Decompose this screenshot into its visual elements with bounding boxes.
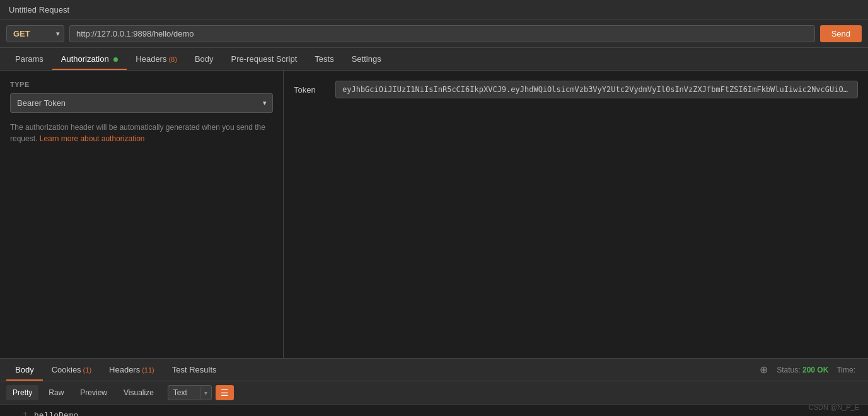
title-bar: Untitled Request: [0, 0, 868, 20]
resp-format-input[interactable]: [168, 386, 200, 400]
bottom-section: Body Cookies(1) Headers(11) Test Results…: [0, 358, 868, 416]
tab-prerequest[interactable]: Pre-request Script: [223, 48, 306, 70]
type-select[interactable]: No Auth API Key Bearer Token Basic Auth …: [10, 93, 273, 113]
url-input[interactable]: [69, 25, 815, 42]
request-title: Untitled Request: [9, 5, 69, 14]
status-ok-value: 200 OK: [802, 366, 828, 374]
type-label: TYPE: [10, 81, 273, 88]
code-area: 1helloDemo: [0, 405, 868, 416]
method-wrapper: GET POST PUT DELETE PATCH: [6, 25, 64, 42]
status-text: Status: 200 OK Time:: [777, 366, 855, 374]
bottom-tab-cookies[interactable]: Cookies(1): [43, 359, 100, 381]
tab-settings[interactable]: Settings: [343, 48, 390, 70]
token-row: Token: [294, 81, 858, 98]
resp-tab-pretty[interactable]: Pretty: [6, 385, 38, 400]
active-dot: [113, 57, 118, 62]
wrap-button[interactable]: ☰: [216, 385, 234, 400]
bottom-tab-body[interactable]: Body: [6, 359, 43, 381]
tab-body[interactable]: Body: [186, 48, 223, 70]
token-label: Token: [294, 85, 325, 95]
tab-authorization[interactable]: Authorization: [52, 48, 127, 70]
tab-tests[interactable]: Tests: [306, 48, 342, 70]
bottom-tabs-bar: Body Cookies(1) Headers(11) Test Results…: [0, 359, 868, 381]
globe-icon: ⊕: [760, 364, 768, 376]
resp-format-wrapper: ▾: [168, 385, 212, 400]
type-select-wrapper: No Auth API Key Bearer Token Basic Auth …: [10, 93, 273, 113]
watermark: CSDN @N_P_E: [809, 403, 859, 411]
main-tabs: Params Authorization Headers(8) Body Pre…: [0, 48, 868, 71]
bottom-tab-headers[interactable]: Headers(11): [100, 359, 163, 381]
bottom-tab-testresults[interactable]: Test Results: [163, 359, 226, 381]
tab-headers[interactable]: Headers(8): [127, 48, 186, 70]
resp-tab-preview[interactable]: Preview: [74, 385, 113, 400]
method-select[interactable]: GET POST PUT DELETE PATCH: [6, 25, 64, 42]
left-panel: TYPE No Auth API Key Bearer Token Basic …: [0, 71, 284, 358]
right-panel: Token: [284, 71, 868, 358]
auth-learn-link[interactable]: Learn more about authorization: [40, 134, 145, 143]
tab-params[interactable]: Params: [6, 48, 52, 70]
code-line-1: 1helloDemo: [9, 411, 859, 416]
resp-format-arrow[interactable]: ▾: [200, 387, 211, 399]
line-number-1: 1: [9, 411, 28, 416]
url-bar: GET POST PUT DELETE PATCH Send: [0, 20, 868, 48]
resp-tab-visualize[interactable]: Visualize: [117, 385, 160, 400]
content-area: TYPE No Auth API Key Bearer Token Basic …: [0, 71, 868, 358]
status-area: ⊕ Status: 200 OK Time:: [753, 364, 862, 376]
token-input[interactable]: [335, 81, 858, 98]
auth-note: The authorization header will be automat…: [10, 122, 273, 144]
send-button[interactable]: Send: [820, 25, 862, 42]
response-toolbar: Pretty Raw Preview Visualize ▾ ☰: [0, 381, 868, 405]
code-value-1: helloDemo: [34, 411, 78, 416]
resp-tab-raw[interactable]: Raw: [42, 385, 70, 400]
